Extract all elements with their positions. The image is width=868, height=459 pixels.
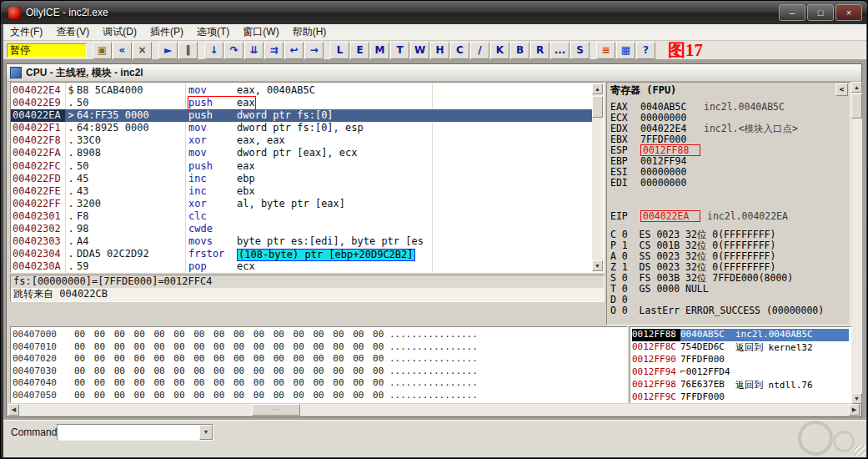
register-row[interactable]: ESI00000000 bbox=[610, 166, 846, 177]
scroll-thumb[interactable] bbox=[851, 93, 862, 119]
disasm-row[interactable]: 004022F8.33C0xoreax, eax bbox=[11, 134, 592, 147]
stack-row[interactable]: 0012FF9C7FFDF000 bbox=[632, 391, 849, 404]
disasm-row[interactable]: 004022F1.64:8925 0000movdword ptr fs:[0]… bbox=[11, 122, 592, 134]
register-name: EAX bbox=[610, 101, 640, 112]
menu-item-window[interactable]: 窗口(W) bbox=[236, 23, 285, 41]
dump-row[interactable]: 0040702000 00 00 00 00 00 00 00 00 00 00… bbox=[13, 353, 625, 366]
disasm-row[interactable]: 004022E4$B8 5CAB4000moveax, 0040AB5C bbox=[11, 84, 592, 97]
disasm-row[interactable]: 00402301.F8clc bbox=[11, 210, 592, 223]
scroll-thumb[interactable]: ⋯ bbox=[252, 404, 300, 416]
disasm-bytes: 43 bbox=[77, 185, 185, 198]
step-into-button[interactable]: ↓ bbox=[204, 42, 223, 59]
maximize-button[interactable]: □ bbox=[807, 4, 834, 21]
pause-button[interactable]: ‖ bbox=[178, 42, 198, 59]
close-program-button[interactable]: × bbox=[133, 42, 152, 59]
call-stack-window-button[interactable]: K bbox=[490, 42, 509, 59]
menu-item-help[interactable]: 帮助(H) bbox=[286, 23, 334, 41]
menu-item-plugins[interactable]: 插件(P) bbox=[143, 23, 190, 41]
animate-over-button[interactable]: ⇉ bbox=[264, 42, 283, 59]
cpu-title-bar[interactable]: CPU - 主线程, 模块 - inc2l bbox=[7, 64, 861, 82]
disasm-row[interactable]: 004022FF.3200xoral, byte ptr [eax] bbox=[11, 198, 592, 210]
execute-till-return-button[interactable]: ↩ bbox=[284, 42, 304, 59]
breakpoints-window-button[interactable]: B bbox=[510, 42, 529, 59]
dump-row[interactable]: 0040705000 00 00 00 00 00 00 00 00 00 00… bbox=[13, 390, 625, 402]
disasm-row[interactable]: 00402303.A4movsbyte ptr es:[edi], byte p… bbox=[11, 235, 592, 248]
handles-window-button[interactable]: H bbox=[430, 42, 449, 59]
threads-window-button[interactable]: T bbox=[390, 42, 409, 59]
menu-item-file[interactable]: 文件(F) bbox=[3, 23, 49, 41]
animate-into-button[interactable]: ⇊ bbox=[244, 42, 263, 59]
memory-window-button[interactable]: M bbox=[370, 42, 389, 59]
appearance-button[interactable]: ▦ bbox=[616, 42, 635, 59]
disasm-row[interactable]: 004022FE.43incebx bbox=[11, 185, 592, 198]
close-button[interactable]: × bbox=[835, 4, 862, 21]
disasm-address: 004022FD bbox=[11, 173, 65, 185]
menu-item-view[interactable]: 查看(V) bbox=[49, 23, 96, 41]
disasm-row[interactable]: 00402304.DDA5 02C2D92frstor(108-byte) pt… bbox=[11, 248, 592, 260]
toolbar-separator bbox=[324, 43, 330, 58]
restart-button[interactable]: « bbox=[113, 42, 132, 59]
app-window: OllyICE - inc2l.exe –□× 文件(F)查看(V)调试(D)插… bbox=[0, 0, 868, 459]
menu-item-options[interactable]: 选项(T) bbox=[190, 23, 236, 41]
menu-item-debug[interactable]: 调试(D) bbox=[96, 23, 143, 41]
scroll-down-icon[interactable]: ▼ bbox=[592, 260, 603, 271]
references-window-button[interactable]: R bbox=[530, 42, 549, 59]
register-row[interactable]: EBX7FFDF000 bbox=[610, 134, 846, 144]
minimize-button[interactable]: – bbox=[779, 4, 805, 21]
dump-address: 00407050 bbox=[13, 390, 74, 402]
resize-grip[interactable] bbox=[855, 446, 865, 456]
register-row[interactable]: ECX00000000 bbox=[610, 112, 846, 123]
dropdown-icon[interactable]: ▼ bbox=[199, 425, 213, 440]
executables-window-button[interactable]: E bbox=[350, 42, 369, 59]
step-over-button[interactable]: ↷ bbox=[224, 42, 243, 59]
disasm-row[interactable]: 004022FA.8908movdword ptr [eax], ecx bbox=[11, 147, 592, 159]
source-window-button[interactable]: S bbox=[570, 42, 590, 59]
register-row[interactable]: EDI00000000 bbox=[610, 177, 846, 188]
log-window-button[interactable]: L bbox=[330, 42, 349, 59]
options-button[interactable]: ≡ bbox=[596, 42, 615, 59]
eip-row[interactable]: EIP004022EAinc2l.004022EA bbox=[610, 210, 846, 221]
disasm-row[interactable]: 004022E9.50pusheax bbox=[11, 97, 592, 109]
stack-row[interactable]: 0012FF9876E637EB返回到 ntdll.76 bbox=[632, 379, 849, 391]
go-to-address-button[interactable]: → bbox=[304, 42, 324, 59]
scroll-thumb[interactable] bbox=[592, 96, 603, 118]
scroll-left-icon[interactable]: ◀ bbox=[8, 404, 19, 416]
scroll-right-icon[interactable]: ▶ bbox=[849, 404, 860, 416]
run-button[interactable]: ► bbox=[158, 42, 178, 59]
disasm-row[interactable]: 004022EA>64:FF35 0000pushdword ptr fs:[0… bbox=[11, 109, 592, 122]
scroll-down-icon[interactable]: ▼ bbox=[851, 393, 862, 404]
registers-scrollbar[interactable]: ▲ ▼ bbox=[851, 82, 862, 404]
cpu-window-button[interactable]: C bbox=[450, 42, 469, 59]
stack-row[interactable]: 0012FF880040AB5Cinc2l.0040AB5C bbox=[632, 329, 849, 341]
dump-row[interactable]: 0040701000 00 00 00 00 00 00 00 00 00 00… bbox=[13, 341, 625, 354]
run-trace-window-button[interactable]: ... bbox=[550, 42, 569, 59]
collapse-button[interactable]: < bbox=[835, 83, 848, 96]
stack-row[interactable]: 0012FF907FFDF000 bbox=[632, 354, 849, 366]
dump-row[interactable]: 0040700000 00 00 00 00 00 00 00 00 00 00… bbox=[13, 329, 625, 341]
title-bar[interactable]: OllyICE - inc2l.exe –□× bbox=[1, 1, 867, 24]
horizontal-scrollbar[interactable]: ◀ ⋯ ▶ bbox=[8, 404, 860, 416]
flag-line: O 0 LastErr ERROR_SUCCESS (00000000) bbox=[610, 305, 846, 315]
register-row[interactable]: EDX004022E4inc2l.<模块入口点> bbox=[610, 123, 846, 134]
open-file-button[interactable]: ▣ bbox=[93, 42, 112, 59]
register-row[interactable]: EBP0012FF94 bbox=[610, 155, 846, 166]
scroll-up-icon[interactable]: ▲ bbox=[851, 82, 862, 93]
disasm-row[interactable]: 00402302.98cwde bbox=[11, 223, 592, 235]
register-row[interactable]: EAX0040AB5Cinc2l.0040AB5C bbox=[610, 101, 846, 112]
dump-row[interactable]: 0040704000 00 00 00 00 00 00 00 00 00 00… bbox=[13, 377, 625, 390]
help-button[interactable]: ? bbox=[636, 42, 655, 59]
command-input[interactable]: ▼ bbox=[57, 424, 213, 441]
command-field[interactable] bbox=[58, 426, 198, 439]
dump-row[interactable]: 0040703000 00 00 00 00 00 00 00 00 00 00… bbox=[13, 366, 625, 378]
disasm-row[interactable]: 0040230A.59popecx bbox=[11, 260, 592, 273]
stack-row[interactable]: 0012FF8C754DED6C返回到 kernel32 bbox=[632, 341, 849, 354]
disasm-row[interactable]: 004022FD.45incebp bbox=[11, 173, 592, 185]
stack-row[interactable]: 0012FF94⌐0012FFD4 bbox=[632, 366, 849, 379]
windows-window-button[interactable]: W bbox=[410, 42, 429, 59]
disasm-row[interactable]: 004022FC.50pusheax bbox=[11, 160, 592, 173]
disasm-scrollbar[interactable]: ▲ ▼ bbox=[592, 83, 603, 271]
patches-window-button[interactable]: / bbox=[470, 42, 489, 59]
register-row[interactable]: ESP0012FF88 bbox=[610, 144, 846, 155]
scroll-up-icon[interactable]: ▲ bbox=[592, 83, 603, 94]
status-box: 暂停 bbox=[7, 43, 87, 58]
